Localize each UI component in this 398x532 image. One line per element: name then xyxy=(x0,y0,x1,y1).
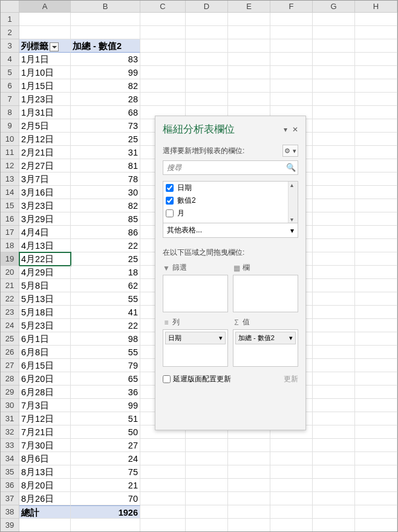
row-header[interactable]: 8 xyxy=(1,106,19,119)
cell[interactable] xyxy=(228,505,270,519)
rows-dropzone[interactable]: 日期▾ xyxy=(163,329,228,367)
data-cell[interactable]: 7月30日 xyxy=(19,439,71,452)
cell[interactable] xyxy=(270,93,313,106)
cell[interactable] xyxy=(355,26,397,39)
cell[interactable] xyxy=(313,519,355,532)
pivot-values-header[interactable]: 加總 - 數值2 xyxy=(71,39,140,53)
data-cell[interactable]: 36 xyxy=(71,386,140,399)
data-cell[interactable]: 8月13日 xyxy=(19,465,71,479)
data-cell[interactable]: 68 xyxy=(71,106,140,119)
data-cell[interactable]: 82 xyxy=(71,199,140,212)
cell[interactable] xyxy=(313,106,355,119)
cell[interactable] xyxy=(313,439,355,452)
cell[interactable] xyxy=(186,465,228,479)
data-cell[interactable]: 55 xyxy=(71,346,140,359)
cell[interactable] xyxy=(313,346,355,359)
field-row[interactable]: 數值2 xyxy=(163,194,298,207)
data-cell[interactable]: 41 xyxy=(71,306,140,319)
cell[interactable] xyxy=(19,519,71,532)
cell[interactable] xyxy=(186,66,228,79)
cell[interactable] xyxy=(355,106,397,119)
cell[interactable] xyxy=(140,505,186,519)
cell[interactable] xyxy=(355,412,397,425)
row-header[interactable]: 6 xyxy=(1,79,19,93)
data-cell[interactable]: 8月6日 xyxy=(19,452,71,465)
data-cell[interactable]: 28 xyxy=(71,93,140,106)
data-cell[interactable]: 30 xyxy=(71,186,140,199)
cell[interactable] xyxy=(19,13,71,26)
data-cell[interactable]: 18 xyxy=(71,266,140,279)
data-cell[interactable]: 2月12日 xyxy=(19,133,71,146)
row-header[interactable]: 30 xyxy=(1,399,19,412)
field-scrollbar[interactable] xyxy=(288,182,298,223)
data-cell[interactable]: 6月28日 xyxy=(19,386,71,399)
row-header[interactable]: 32 xyxy=(1,425,19,439)
data-cell[interactable]: 31 xyxy=(71,146,140,159)
column-header-H[interactable]: H xyxy=(355,1,397,13)
data-cell[interactable]: 25 xyxy=(71,252,140,266)
cell[interactable] xyxy=(270,39,313,53)
cell[interactable] xyxy=(270,439,313,452)
cell[interactable] xyxy=(186,53,228,66)
cell[interactable] xyxy=(186,439,228,452)
row-header[interactable]: 1 xyxy=(1,13,19,26)
cell[interactable] xyxy=(140,452,186,465)
cell[interactable] xyxy=(186,492,228,505)
cell[interactable] xyxy=(186,79,228,93)
cell[interactable] xyxy=(313,199,355,212)
row-header[interactable]: 7 xyxy=(1,93,19,106)
data-cell[interactable]: 83 xyxy=(71,53,140,66)
row-header[interactable]: 37 xyxy=(1,492,19,505)
cell[interactable] xyxy=(355,505,397,519)
column-header-C[interactable]: C xyxy=(140,1,186,13)
data-cell[interactable]: 3月29日 xyxy=(19,212,71,226)
column-header-D[interactable]: D xyxy=(186,1,228,13)
row-header[interactable]: 19 xyxy=(1,252,19,266)
row-header[interactable]: 34 xyxy=(1,452,19,465)
data-cell[interactable]: 25 xyxy=(71,133,140,146)
data-cell[interactable]: 7月3日 xyxy=(19,399,71,412)
data-cell[interactable]: 24 xyxy=(71,452,140,465)
search-input[interactable] xyxy=(163,161,284,174)
cell[interactable] xyxy=(355,226,397,239)
data-cell[interactable]: 22 xyxy=(71,319,140,332)
cell[interactable] xyxy=(270,505,313,519)
data-cell[interactable]: 99 xyxy=(71,399,140,412)
cell[interactable] xyxy=(313,372,355,386)
data-cell[interactable]: 2月21日 xyxy=(19,146,71,159)
row-header[interactable]: 10 xyxy=(1,133,19,146)
cell[interactable] xyxy=(313,412,355,425)
data-cell[interactable]: 5月23日 xyxy=(19,319,71,332)
grand-total-label[interactable]: 總計 xyxy=(19,505,71,519)
select-all-corner[interactable] xyxy=(1,1,19,13)
cell[interactable] xyxy=(270,79,313,93)
cell[interactable] xyxy=(313,319,355,332)
chevron-down-icon[interactable]: ▾ xyxy=(289,334,293,342)
cell[interactable] xyxy=(355,93,397,106)
data-cell[interactable]: 78 xyxy=(71,172,140,186)
data-cell[interactable]: 1月1日 xyxy=(19,53,71,66)
cell[interactable] xyxy=(228,26,270,39)
row-header[interactable]: 18 xyxy=(1,239,19,252)
field-checkbox[interactable] xyxy=(166,209,174,217)
row-header[interactable]: 35 xyxy=(1,465,19,479)
cell[interactable] xyxy=(313,26,355,39)
cell[interactable] xyxy=(355,266,397,279)
cell[interactable] xyxy=(140,13,186,26)
cell[interactable] xyxy=(140,66,186,79)
row-header[interactable]: 26 xyxy=(1,346,19,359)
row-header[interactable]: 20 xyxy=(1,266,19,279)
row-header[interactable]: 31 xyxy=(1,412,19,425)
cell[interactable] xyxy=(355,425,397,439)
cell[interactable] xyxy=(313,93,355,106)
data-cell[interactable]: 6月8日 xyxy=(19,346,71,359)
cell[interactable] xyxy=(270,13,313,26)
row-header[interactable]: 5 xyxy=(1,66,19,79)
cell[interactable] xyxy=(313,212,355,226)
pivot-row-labels-header[interactable]: 列標籤 xyxy=(19,39,71,53)
row-header[interactable]: 15 xyxy=(1,199,19,212)
cell[interactable] xyxy=(140,79,186,93)
cell[interactable] xyxy=(228,79,270,93)
columns-dropzone[interactable] xyxy=(233,275,298,312)
column-header-B[interactable]: B xyxy=(71,1,140,13)
